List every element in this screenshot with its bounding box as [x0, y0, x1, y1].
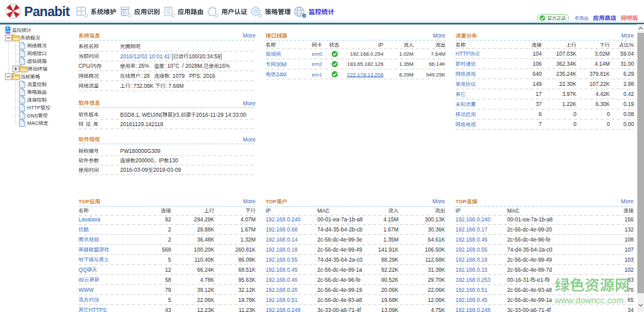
svg-text:156: 156 [625, 217, 634, 223]
svg-text:83: 83 [628, 277, 635, 283]
svg-text:2c-56-dc-4e-99-49: 2c-56-dc-4e-99-49 [507, 257, 552, 263]
svg-text:192.168.0.253: 192.168.0.253 [455, 277, 490, 283]
svg-text:76: 76 [628, 287, 635, 293]
svg-text:92: 92 [165, 217, 172, 223]
svg-text:HTTPS: HTTPS [89, 307, 107, 312]
svg-text:192.168.0.45: 192.168.0.45 [266, 267, 298, 273]
svg-text:112.68K: 112.68K [425, 257, 445, 263]
svg-text:260.81K: 260.81K [235, 247, 256, 253]
svg-text:568: 568 [162, 247, 171, 253]
svg-text:6: 6 [539, 111, 542, 117]
svg-text:0.00: 0.00 [623, 121, 634, 127]
svg-text:IP: IP [159, 158, 164, 164]
svg-text:1.35M: 1.35M [399, 61, 414, 67]
svg-text:192.168.0.18: 192.168.0.18 [455, 257, 488, 263]
svg-text:MAC: MAC [28, 120, 39, 126]
svg-text:4.14M: 4.14M [594, 61, 610, 67]
svg-text:Lavalava: Lavalava [78, 217, 101, 223]
svg-text:0.42: 0.42 [623, 91, 634, 97]
svg-text:106.50K: 106.50K [425, 247, 445, 253]
svg-text:59.04: 59.04 [621, 51, 635, 57]
svg-text:www.downcc.com: www.downcc.com [554, 295, 623, 305]
svg-text:362.34K: 362.34K [556, 61, 577, 67]
svg-text:74-d4-35-b4-2a-c0: 74-d4-35-b4-2a-c0 [507, 247, 553, 253]
svg-text:192.168.0.240: 192.168.0.240 [266, 217, 301, 223]
svg-text:2c-56-dc-4e-96-fe: 2c-56-dc-4e-96-fe [507, 237, 551, 243]
svg-text:: 10°C / 2028M,: : 10°C / 2028M, [164, 63, 204, 69]
svg-text:More: More [621, 198, 634, 205]
svg-text:20161129.142118: 20161129.142118 [120, 121, 164, 127]
svg-text:1.02M: 1.02M [399, 51, 414, 57]
svg-text:: 26%: : 26% [136, 63, 154, 69]
svg-text:0: 0 [606, 121, 610, 127]
svg-text:192.168.0.254: 192.168.0.254 [350, 51, 384, 57]
svg-text:379.81K: 379.81K [590, 71, 610, 77]
svg-text:3.97K: 3.97K [562, 91, 577, 97]
svg-text:2.98: 2.98 [623, 81, 634, 87]
svg-text:100.20K: 100.20K [194, 247, 215, 253]
svg-text:2c-56-dc-4e-93-a8: 2c-56-dc-4e-93-a8 [507, 287, 552, 293]
svg-text:7: 7 [539, 121, 542, 127]
svg-text:192.168.0.68: 192.168.0.68 [266, 227, 298, 233]
svg-text:192.168.0.46: 192.168.0.46 [455, 237, 488, 243]
svg-text:: 7.66M: : 7.66M [166, 83, 184, 89]
svg-text:2c-56-dc-4e-99-3e: 2c-56-dc-4e-99-3e [317, 237, 362, 243]
svg-text:192.168.0.46: 192.168.0.46 [266, 277, 298, 283]
svg-text:12.06K: 12.06K [428, 297, 445, 303]
svg-text:36.48K: 36.48K [197, 237, 215, 243]
svg-text:[: [ [170, 54, 174, 60]
svg-text:192.168.0.18: 192.168.0.18 [266, 247, 298, 253]
svg-text:92.22K: 92.22K [381, 267, 398, 273]
svg-text:107.22K: 107.22K [590, 81, 610, 87]
svg-text:%: % [629, 42, 634, 48]
svg-text:192.168.0.248: 192.168.0.248 [455, 307, 490, 312]
svg-text:2016/12/02 10:01:42: 2016/12/02 10:01:42 [120, 54, 170, 60]
svg-text:79: 79 [165, 287, 172, 293]
svg-text:WWW: WWW [78, 287, 94, 293]
svg-text:183.65.182.126: 183.65.182.126 [347, 61, 383, 67]
svg-text:192.168.0.14: 192.168.0.14 [266, 237, 298, 243]
svg-text:00-01-ea-7a-1b-a8: 00-01-ea-7a-1b-a8 [317, 217, 363, 223]
svg-text:192.168.0.17: 192.168.0.17 [455, 227, 488, 233]
svg-text:4.42K: 4.42K [596, 91, 610, 97]
svg-text:: 732.08K: : 732.08K [130, 83, 155, 89]
svg-text:2: 2 [168, 237, 171, 243]
svg-text:TOP: TOP [266, 199, 277, 205]
svg-text:2c-56-dc-4e-93-a8: 2c-56-dc-4e-93-a8 [317, 297, 362, 303]
svg-text:108: 108 [625, 237, 634, 243]
svg-text:66.24K: 66.24K [197, 267, 215, 273]
svg-text:2c-56-dc-4e-99-7d: 2c-56-dc-4e-99-7d [507, 267, 552, 273]
svg-text:00-16-31-f5-e1-f9: 00-16-31-f5-e1-f9 [507, 277, 550, 283]
svg-text:2016-03-09: 2016-03-09 [120, 167, 148, 173]
svg-text:5: 5 [168, 297, 171, 303]
svg-text:5: 5 [168, 257, 171, 263]
svg-text:TOP: TOP [78, 199, 90, 205]
svg-text:30.36K: 30.36K [428, 227, 445, 233]
svg-text:1.32M: 1.32M [240, 237, 256, 243]
svg-text:2016-11-29 14:33:00: 2016-11-29 14:33:00 [196, 112, 246, 118]
svg-text:2: 2 [168, 227, 171, 233]
svg-text:Panabit: Panabit [24, 4, 70, 19]
svg-text:192.168.0.248: 192.168.0.248 [266, 307, 301, 312]
svg-text:32.12K: 32.12K [238, 287, 256, 293]
svg-text:30M: 30M [276, 62, 286, 68]
svg-text:74-d4-35-b4-2b-cb: 74-d4-35-b4-2b-cb [317, 227, 363, 233]
svg-text:68.51K: 68.51K [238, 267, 256, 273]
svg-text:00-01-ea-7a-1b-a8: 00-01-ea-7a-1b-a8 [507, 217, 553, 223]
svg-text:130: 130 [169, 158, 178, 164]
svg-text:13.09K: 13.09K [381, 307, 398, 312]
svg-text:222.178.13.206: 222.178.13.206 [347, 72, 383, 78]
svg-text:1.35M: 1.35M [383, 237, 398, 243]
svg-text:3c-33-00-a6-71-4f: 3c-33-00-a6-71-4f [317, 307, 362, 312]
svg-text:0: 0 [574, 111, 577, 117]
svg-text:2c-56-dc-4e-99-1a: 2c-56-dc-4e-99-1a [317, 267, 362, 273]
svg-text:29.88K: 29.88K [197, 227, 215, 233]
svg-text:17: 17 [536, 91, 543, 97]
svg-text:19.68K: 19.68K [381, 297, 398, 303]
svg-text:12: 12 [165, 267, 172, 273]
svg-text:300.13K: 300.13K [425, 217, 445, 223]
svg-text:1.67M: 1.67M [240, 227, 256, 233]
svg-text:More: More [621, 32, 634, 39]
svg-text:102: 102 [625, 267, 634, 273]
svg-text:149: 149 [533, 81, 542, 87]
